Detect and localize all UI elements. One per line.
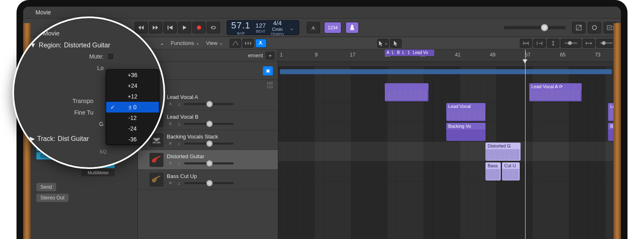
- mute-checkbox[interactable]: [107, 53, 114, 60]
- ruler-tick: 17: [350, 52, 355, 58]
- region-label: Lead Vocal A ⟳: [529, 83, 582, 90]
- flex-button[interactable]: [242, 39, 254, 48]
- transpose-option[interactable]: +36: [106, 70, 159, 80]
- solo-headphones-icon[interactable]: ♫: [175, 101, 182, 107]
- transpose-option[interactable]: +24: [106, 80, 159, 91]
- transpose-option[interactable]: -12: [106, 112, 159, 123]
- track-name-label: Bass Cut Up: [167, 173, 274, 179]
- disclosure-triangle-icon[interactable]: ▶: [30, 135, 35, 143]
- insert-slot[interactable]: MultiMeter: [82, 169, 115, 176]
- notepad-button[interactable]: [572, 22, 585, 33]
- edit-dropdown[interactable]: ⌄: [158, 40, 166, 46]
- record-button[interactable]: [192, 22, 206, 33]
- disclosure-triangle-icon[interactable]: ▼: [30, 42, 36, 49]
- track-volume-slider[interactable]: [184, 162, 234, 164]
- secondary-tool[interactable]: [390, 39, 402, 48]
- track-volume-slider[interactable]: [184, 182, 234, 184]
- arrangement-lane[interactable]: ALBL1Lead Vo: [278, 62, 613, 67]
- mute-icon[interactable]: ✕: [167, 180, 173, 186]
- playhead[interactable]: [525, 49, 526, 239]
- ruler-tick: 9: [315, 52, 318, 58]
- functions-menu[interactable]: Functions ⌄: [169, 40, 201, 46]
- audio-region[interactable]: Lead Vocal: [446, 103, 485, 121]
- lcd-bar[interactable]: 57.1 BAR: [231, 20, 251, 35]
- mute-row: Mute:: [14, 51, 163, 62]
- track-volume-slider[interactable]: [184, 143, 234, 145]
- track-header[interactable]: Bass Cut Up✕♫: [138, 170, 278, 190]
- output-button[interactable]: Stereo Out: [36, 194, 69, 202]
- transpose-dropdown[interactable]: +36+24+12± 0-12-24-36: [106, 69, 159, 145]
- lcd-beat[interactable]: 127 BEAT: [256, 22, 266, 33]
- audio-region[interactable]: Cut U: [502, 162, 519, 180]
- track-header[interactable]: ▶Backing Vocals Stack✕♫: [138, 130, 278, 150]
- arrangement-marker[interactable]: Lead Vo: [411, 49, 434, 56]
- transpose-option[interactable]: ± 0: [106, 102, 159, 112]
- snap-vertical-button[interactable]: [520, 39, 532, 48]
- track-header[interactable]: Distorted Guitar✕♫: [138, 150, 278, 170]
- arrangement-marker[interactable]: L: [401, 49, 407, 56]
- audio-region[interactable]: Distorted G: [485, 143, 521, 161]
- pointer-tool[interactable]: ⌄: [377, 39, 389, 48]
- lcd-display[interactable]: 57.1 BAR 127 BEAT 4/4 Cmin TEMPO ⌄: [227, 20, 299, 35]
- solo-headphones-icon[interactable]: ♫: [175, 141, 182, 147]
- solo-headphones-icon[interactable]: ♫: [175, 161, 182, 166]
- slider-knob[interactable]: [541, 24, 548, 31]
- vertical-zoom-slider[interactable]: [561, 39, 581, 48]
- audio-region[interactable]: Lead Vocal A ⟳: [529, 83, 582, 101]
- audio-region[interactable]: Bass: [485, 162, 501, 180]
- forward-button[interactable]: [149, 22, 162, 33]
- loop-browser-button[interactable]: [588, 22, 601, 33]
- track-name-label: Backing Vocals Stack: [167, 134, 274, 140]
- metronome-button[interactable]: [346, 22, 359, 33]
- zoom-horizontal-button[interactable]: [582, 39, 595, 48]
- lcd-mode-caret[interactable]: ⌄: [289, 24, 295, 32]
- automation-curve-button[interactable]: [230, 39, 241, 48]
- cycle-button[interactable]: [207, 22, 220, 33]
- send-button[interactable]: Send: [36, 183, 56, 191]
- mute-icon[interactable]: ✕: [167, 121, 173, 127]
- mute-icon[interactable]: ✕: [167, 141, 173, 147]
- lcd-tempo[interactable]: 4/4 Cmin TEMPO: [271, 19, 284, 36]
- snap-align-button[interactable]: [533, 39, 546, 48]
- region-inspector-header[interactable]: ▼ Region: Distorted Guitar: [14, 37, 163, 51]
- audio-region[interactable]: Backing Vo: [446, 123, 485, 141]
- audio-region[interactable]: Lead Vocal B ⟳: [608, 103, 613, 121]
- track-volume-slider[interactable]: [184, 123, 234, 125]
- track-name-label: Distorted Guitar: [167, 153, 274, 159]
- audio-region[interactable]: [385, 83, 429, 101]
- solo-headphones-icon[interactable]: ♫: [175, 180, 182, 186]
- go-to-start-button[interactable]: [163, 22, 177, 33]
- track-icon: [149, 153, 163, 167]
- track-volume-slider[interactable]: [184, 103, 234, 105]
- play-button[interactable]: [178, 22, 191, 33]
- view-menu[interactable]: View ⌄: [204, 40, 225, 46]
- zoom-vertical-button[interactable]: [547, 39, 559, 48]
- catch-playhead-button[interactable]: [255, 39, 267, 48]
- mute-icon[interactable]: ✕: [167, 161, 173, 166]
- master-volume-slider[interactable]: [504, 26, 566, 29]
- track-lane[interactable]: [278, 162, 613, 181]
- region-label: [385, 83, 429, 90]
- gain-label: G: [14, 121, 107, 127]
- track-lane[interactable]: [278, 142, 613, 162]
- bar-ruler[interactable]: 1917253341495765738189: [278, 49, 613, 62]
- mute-icon[interactable]: ✕: [167, 101, 173, 107]
- audio-region[interactable]: Backing Vocals Stack: [608, 123, 613, 141]
- transpose-option[interactable]: +12: [106, 91, 159, 102]
- region-label: Backing Vo: [446, 123, 485, 129]
- transpose-option[interactable]: -24: [106, 123, 159, 134]
- svg-point-12: [155, 138, 158, 141]
- waveform-icon: [386, 90, 428, 101]
- arrangement-strip[interactable]: [280, 69, 612, 74]
- lcd-sig-value: 4/4: [273, 19, 282, 26]
- count-in-button[interactable]: 1234: [324, 22, 341, 33]
- solo-headphones-icon[interactable]: ♫: [175, 121, 182, 127]
- arrangement-marker[interactable]: L: [390, 49, 396, 56]
- arrangement-marker[interactable]: 1: [406, 49, 412, 56]
- arrange-area[interactable]: 1917253341495765738189 ALBL1Lead Vo Lead…: [278, 49, 613, 239]
- add-track-button[interactable]: ＋: [265, 52, 275, 60]
- lcd-tempo-label: TEMPO: [271, 32, 284, 36]
- rewind-button[interactable]: [135, 22, 148, 33]
- tuner-button[interactable]: [307, 22, 320, 33]
- region-name: Distorted Guitar: [64, 42, 110, 49]
